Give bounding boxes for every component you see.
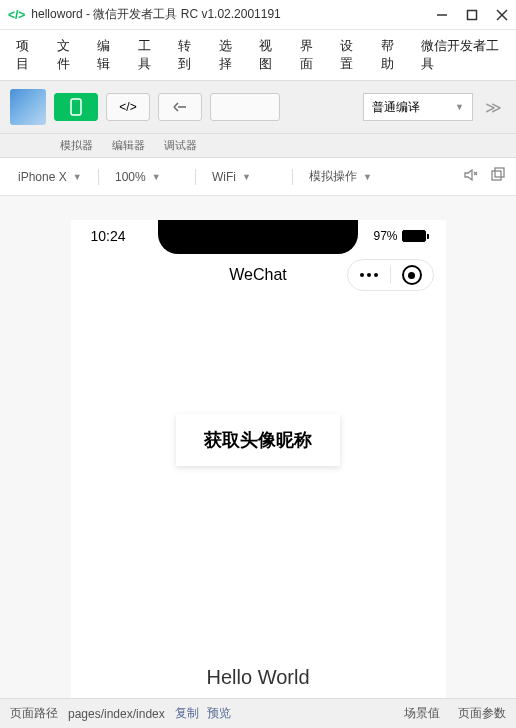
toolbar-more-button[interactable]: ≫	[481, 98, 506, 117]
menubar: 项目 文件 编辑 工具 转到 选择 视图 界面 设置 帮助 微信开发者工具	[0, 30, 516, 81]
status-time: 10:24	[91, 228, 126, 244]
capsule-close-button[interactable]	[391, 260, 433, 290]
target-icon	[402, 265, 422, 285]
battery-indicator: 97%	[373, 229, 425, 243]
simulator-label: 模拟器	[54, 138, 98, 153]
hello-world-text: Hello World	[207, 666, 310, 689]
zoom-select[interactable]: 100%▼	[107, 166, 187, 188]
popout-icon[interactable]	[490, 167, 506, 186]
titlebar: </> helloword - 微信开发者工具 RC v1.02.2001191	[0, 0, 516, 30]
scene-value-label[interactable]: 场景值	[404, 705, 440, 722]
simulator-toolbar: iPhone X▼ 100%▼ WiFi▼ 模拟操作▼	[0, 158, 516, 196]
mock-select[interactable]: 模拟操作▼	[301, 164, 381, 189]
menu-select[interactable]: 选择	[211, 34, 250, 76]
chevron-down-icon: ▼	[73, 172, 82, 182]
compile-mode-label: 普通编译	[372, 99, 420, 116]
menu-file[interactable]: 文件	[49, 34, 88, 76]
maximize-button[interactable]	[466, 9, 478, 21]
simulator-button[interactable]	[54, 93, 98, 121]
separator	[98, 169, 99, 185]
window-title: helloword - 微信开发者工具 RC v1.02.2001191	[31, 6, 436, 23]
mute-icon[interactable]	[462, 167, 478, 186]
page-content: 获取头像昵称 Hello World	[71, 294, 446, 698]
svg-rect-5	[492, 171, 501, 180]
chevron-down-icon: ▼	[455, 102, 464, 112]
copy-link[interactable]: 复制	[175, 705, 199, 722]
phone-frame: 10:24 97% WeChat 获取头像昵称 Hello World	[71, 220, 446, 698]
chevron-down-icon: ▼	[152, 172, 161, 182]
network-select[interactable]: WiFi▼	[204, 166, 284, 188]
toolbar: </> 普通编译 ▼ ≫	[0, 81, 516, 134]
preview-link[interactable]: 预览	[207, 705, 231, 722]
get-userinfo-button[interactable]: 获取头像昵称	[176, 414, 340, 466]
compile-mode-select[interactable]: 普通编译 ▼	[363, 93, 473, 121]
project-thumbnail[interactable]	[10, 89, 46, 125]
page-path-label: 页面路径	[10, 705, 58, 722]
debugger-button[interactable]	[158, 93, 202, 121]
header-title: WeChat	[229, 266, 287, 284]
dots-icon	[360, 273, 378, 277]
capsule	[347, 259, 434, 291]
bottom-bar: 页面路径 pages/index/index 复制 预览 场景值 页面参数	[0, 698, 516, 728]
menu-settings[interactable]: 设置	[332, 34, 371, 76]
menu-view[interactable]: 视图	[251, 34, 290, 76]
simulator-area: 10:24 97% WeChat 获取头像昵称 Hello World	[0, 196, 516, 698]
menu-help[interactable]: 帮助	[373, 34, 412, 76]
editor-label: 编辑器	[106, 138, 150, 153]
device-select[interactable]: iPhone X▼	[10, 166, 90, 188]
battery-icon	[402, 230, 426, 242]
chevron-down-icon: ▼	[242, 172, 251, 182]
chevron-down-icon: ▼	[363, 172, 372, 182]
toolbar-blank-button[interactable]	[210, 93, 280, 121]
menu-tools[interactable]: 工具	[130, 34, 169, 76]
separator	[195, 169, 196, 185]
page-params-label[interactable]: 页面参数	[458, 705, 506, 722]
miniprogram-header: WeChat	[71, 248, 446, 294]
close-button[interactable]	[496, 9, 508, 21]
menu-project[interactable]: 项目	[8, 34, 47, 76]
app-icon: </>	[8, 8, 25, 22]
debugger-label: 调试器	[158, 138, 202, 153]
battery-percent: 97%	[373, 229, 397, 243]
menu-edit[interactable]: 编辑	[89, 34, 128, 76]
toolbar-labels: 模拟器 编辑器 调试器	[0, 134, 516, 158]
svg-rect-6	[495, 168, 504, 177]
page-path-value: pages/index/index	[68, 707, 165, 721]
menu-goto[interactable]: 转到	[170, 34, 209, 76]
capsule-menu-button[interactable]	[348, 260, 390, 290]
menu-devtools[interactable]: 微信开发者工具	[413, 34, 508, 76]
editor-button[interactable]: </>	[106, 93, 150, 121]
svg-rect-1	[468, 10, 477, 19]
svg-rect-4	[71, 99, 81, 115]
minimize-button[interactable]	[436, 9, 448, 21]
separator	[292, 169, 293, 185]
menu-interface[interactable]: 界面	[292, 34, 331, 76]
